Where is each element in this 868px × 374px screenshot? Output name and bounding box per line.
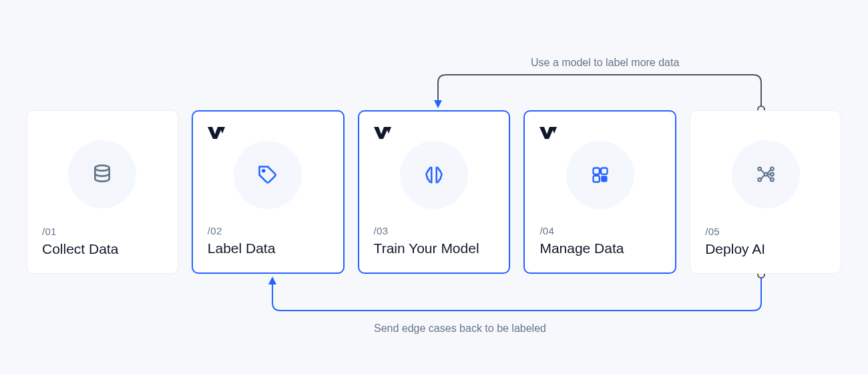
brand-slot xyxy=(705,126,826,139)
annotation-bottom: Send edge cases back to be labeled xyxy=(374,323,546,335)
svg-point-4 xyxy=(95,166,110,171)
svg-rect-6 xyxy=(593,168,599,174)
step-title: Train Your Model xyxy=(374,240,495,256)
svg-point-5 xyxy=(262,170,264,172)
brand-logo xyxy=(539,126,660,140)
step-card-deploy-ai: /05 Deploy AI xyxy=(690,110,841,274)
svg-rect-9 xyxy=(601,176,607,182)
brand-logo xyxy=(374,126,495,140)
step-number: /05 xyxy=(705,226,826,237)
step-title: Manage Data xyxy=(539,240,660,256)
annotation-top: Use a model to label more data xyxy=(531,57,679,69)
step-title: Label Data xyxy=(208,240,329,256)
step-number: /03 xyxy=(374,225,495,236)
step-card-manage-data: /04 Manage Data xyxy=(523,110,676,274)
brand-logo xyxy=(208,126,329,140)
svg-line-16 xyxy=(761,170,764,173)
step-number: /02 xyxy=(208,225,329,236)
step-card-label-data: /02 Label Data xyxy=(192,110,345,274)
svg-rect-8 xyxy=(593,176,599,182)
step-card-collect-data: /01 Collect Data xyxy=(27,110,178,274)
svg-marker-1 xyxy=(434,100,442,108)
svg-rect-7 xyxy=(601,168,607,174)
grid-icon xyxy=(576,150,625,200)
tag-icon xyxy=(243,150,292,200)
database-icon xyxy=(77,150,127,199)
brand-slot xyxy=(42,126,163,139)
network-nodes-icon xyxy=(741,150,791,199)
step-title: Deploy AI xyxy=(705,241,826,257)
svg-line-20 xyxy=(767,175,771,178)
workflow-steps: /01 Collect Data /02 Label Data xyxy=(27,110,841,274)
svg-marker-3 xyxy=(268,276,276,285)
brain-icon xyxy=(409,150,459,200)
step-number: /04 xyxy=(539,225,660,236)
step-card-train-model: /03 Train Your Model xyxy=(358,110,511,274)
step-number: /01 xyxy=(42,226,163,237)
svg-line-17 xyxy=(761,175,764,178)
step-title: Collect Data xyxy=(42,241,163,257)
svg-line-18 xyxy=(767,170,771,173)
